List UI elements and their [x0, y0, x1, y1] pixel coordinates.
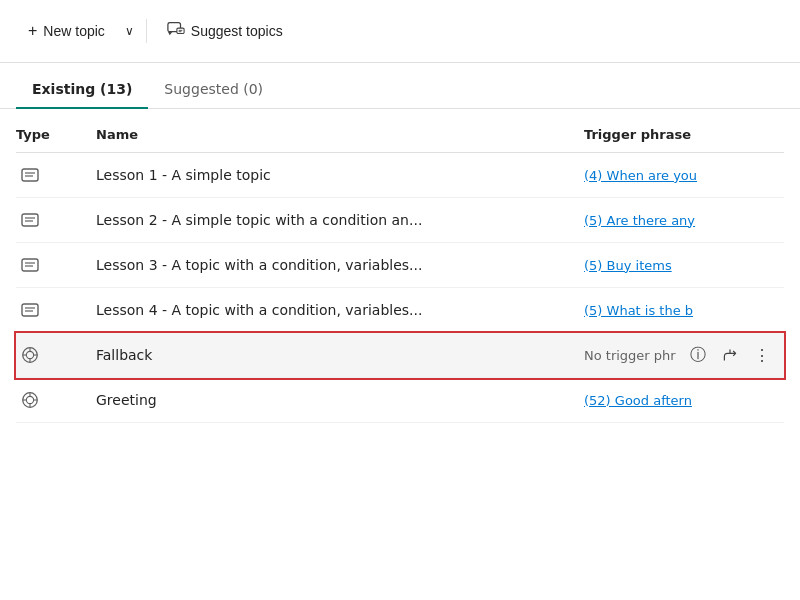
topic-icon — [20, 255, 40, 275]
topic-icon — [20, 300, 40, 320]
column-trigger: Trigger phrase — [584, 127, 784, 142]
svg-rect-10 — [22, 259, 38, 271]
svg-point-17 — [26, 351, 33, 358]
type-cell — [16, 210, 96, 230]
toolbar: + New topic ∨ Suggest topics — [0, 0, 800, 63]
tabs-container: Existing (13) Suggested (0) — [0, 71, 800, 109]
svg-rect-7 — [22, 214, 38, 226]
plus-icon: + — [28, 22, 37, 40]
type-cell — [16, 300, 96, 320]
topic-name: Lesson 1 - A simple topic — [96, 167, 584, 183]
type-cell — [16, 255, 96, 275]
system-topic-icon — [20, 390, 40, 410]
trigger-phrase[interactable]: (5) Are there any — [584, 213, 784, 228]
topic-icon — [20, 210, 40, 230]
tab-existing[interactable]: Existing (13) — [16, 71, 148, 109]
trigger-phrase[interactable]: (52) Good aftern — [584, 393, 784, 408]
type-cell — [16, 165, 96, 185]
system-topic-icon — [20, 345, 40, 365]
column-name: Name — [96, 127, 584, 142]
table-header: Type Name Trigger phrase — [16, 117, 784, 153]
column-type: Type — [16, 127, 96, 142]
table-row[interactable]: Lesson 3 - A topic with a condition, var… — [16, 243, 784, 288]
suggest-topics-label: Suggest topics — [191, 23, 283, 39]
topics-table: Type Name Trigger phrase Lesson 1 - A si… — [0, 117, 800, 423]
trigger-phrase[interactable]: (5) Buy items — [584, 258, 784, 273]
svg-rect-4 — [22, 169, 38, 181]
new-topic-label: New topic — [43, 23, 104, 39]
table-row-fallback[interactable]: Fallback ⓘ ⋮ No trigger phra — [16, 333, 784, 378]
svg-point-23 — [26, 396, 33, 403]
chevron-down-icon: ∨ — [125, 24, 134, 38]
tab-suggested[interactable]: Suggested (0) — [148, 71, 279, 109]
trigger-phrase[interactable]: (5) What is the b — [584, 303, 784, 318]
trigger-phrase[interactable]: (4) When are you — [584, 168, 784, 183]
table-row[interactable]: Lesson 2 - A simple topic with a conditi… — [16, 198, 784, 243]
new-topic-button[interactable]: + New topic — [16, 14, 117, 48]
svg-rect-13 — [22, 304, 38, 316]
more-options-button[interactable]: ⋮ — [748, 341, 776, 369]
table-row[interactable]: Greeting (52) Good aftern — [16, 378, 784, 423]
new-topic-chevron[interactable]: ∨ — [121, 16, 138, 46]
row-actions: ⓘ ⋮ — [676, 337, 784, 373]
type-cell — [16, 345, 96, 365]
topic-name: Lesson 2 - A simple topic with a conditi… — [96, 212, 584, 228]
topic-name: Lesson 4 - A topic with a condition, var… — [96, 302, 584, 318]
type-cell — [16, 390, 96, 410]
topic-name: Greeting — [96, 392, 584, 408]
redirect-button[interactable] — [716, 341, 744, 369]
table-row[interactable]: Lesson 1 - A simple topic (4) When are y… — [16, 153, 784, 198]
info-button[interactable]: ⓘ — [684, 341, 712, 369]
topic-name: Lesson 3 - A topic with a condition, var… — [96, 257, 584, 273]
topic-icon — [20, 165, 40, 185]
toolbar-divider — [146, 19, 147, 43]
clipped-trigger-hint — [660, 421, 800, 483]
suggest-icon — [167, 20, 185, 42]
table-row[interactable]: Lesson 4 - A topic with a condition, var… — [16, 288, 784, 333]
topic-name: Fallback — [96, 347, 584, 363]
suggest-topics-button[interactable]: Suggest topics — [155, 12, 295, 50]
